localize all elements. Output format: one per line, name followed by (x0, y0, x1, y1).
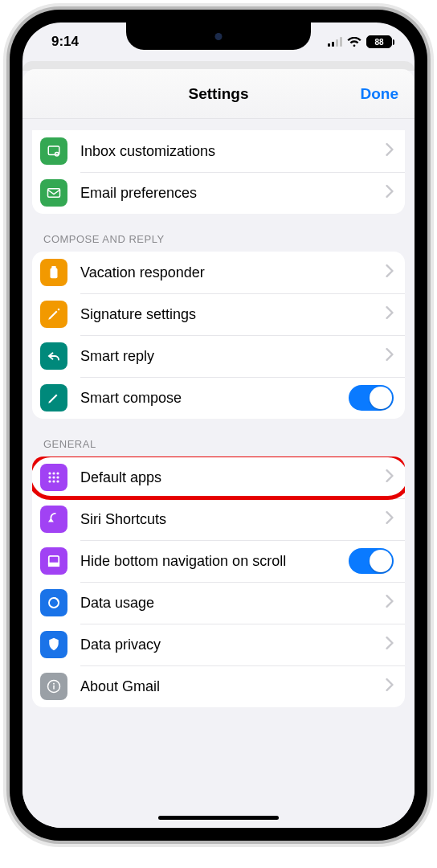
row-label: Data usage (80, 594, 386, 612)
row-label: Smart reply (80, 347, 386, 366)
phone-frame: 9:14 88 Settings Done (10, 10, 427, 841)
chevron-right-icon (386, 348, 394, 364)
signature-settings-icon (40, 301, 67, 328)
row-label: Smart compose (80, 389, 349, 407)
svg-point-12 (52, 480, 55, 482)
section-header-compose: COMPOSE AND REPLY (32, 214, 405, 252)
row-inbox-customizations[interactable]: Inbox customizations (32, 130, 405, 172)
svg-point-5 (48, 472, 51, 474)
row-label: Hide bottom navigation on scroll (80, 552, 349, 571)
row-label: Default apps (80, 469, 386, 487)
row-about-gmail[interactable]: About Gmail (32, 665, 405, 707)
chevron-right-icon (386, 678, 394, 694)
vacation-responder-icon (40, 259, 67, 286)
svg-rect-2 (48, 189, 60, 198)
row-email-preferences[interactable]: Email preferences (32, 172, 405, 214)
svg-point-9 (52, 476, 55, 478)
default-apps-icon (40, 464, 67, 491)
chevron-right-icon (386, 511, 394, 527)
svg-point-8 (48, 476, 51, 478)
hide-bottom-nav-toggle[interactable] (349, 548, 394, 574)
svg-point-7 (56, 472, 59, 474)
settings-sheet: Settings Done Inbox customizations (22, 69, 415, 828)
row-smart-reply[interactable]: Smart reply (32, 335, 405, 377)
screen: 9:14 88 Settings Done (22, 23, 415, 828)
row-hide-bottom-nav[interactable]: Hide bottom navigation on scroll (32, 540, 405, 582)
svg-point-10 (56, 476, 59, 478)
svg-rect-15 (49, 563, 59, 567)
siri-shortcuts-icon (40, 506, 67, 533)
row-label: About Gmail (80, 678, 386, 696)
about-gmail-icon (40, 673, 67, 700)
row-label: Data privacy (80, 636, 386, 654)
inbox-customizations-icon (40, 137, 67, 165)
data-privacy-icon (40, 631, 67, 658)
row-data-privacy[interactable]: Data privacy (32, 624, 405, 665)
group-general: Default apps Siri Shortcuts (32, 457, 405, 707)
svg-rect-0 (48, 146, 59, 155)
row-default-apps[interactable]: Default apps (32, 457, 405, 498)
content-scroll[interactable]: Inbox customizations Email preferences (22, 119, 415, 723)
done-button[interactable]: Done (361, 85, 399, 103)
svg-point-13 (56, 480, 59, 482)
chevron-right-icon (386, 469, 394, 485)
svg-point-11 (48, 480, 51, 482)
cellular-signal-icon (328, 37, 342, 47)
chevron-right-icon (386, 143, 394, 159)
hide-bottom-nav-icon (40, 547, 67, 575)
group-compose: Vacation responder Signature settings (32, 252, 405, 419)
row-data-usage[interactable]: Data usage (32, 582, 405, 624)
svg-point-6 (52, 472, 55, 474)
svg-point-18 (53, 683, 55, 685)
chevron-right-icon (386, 595, 394, 611)
nav-bar: Settings Done (22, 69, 415, 119)
chevron-right-icon (386, 264, 394, 280)
row-siri-shortcuts[interactable]: Siri Shortcuts (32, 498, 405, 540)
home-indicator[interactable] (158, 816, 279, 820)
svg-rect-3 (51, 268, 58, 279)
row-label: Inbox customizations (80, 142, 386, 161)
email-preferences-icon (40, 179, 67, 207)
svg-rect-19 (53, 686, 55, 690)
section-header-general: GENERAL (32, 419, 405, 457)
chevron-right-icon (386, 185, 394, 201)
group-mail: Inbox customizations Email preferences (32, 130, 405, 214)
row-signature-settings[interactable]: Signature settings (32, 293, 405, 335)
svg-rect-4 (51, 266, 55, 269)
data-usage-icon (40, 589, 67, 616)
row-label: Email preferences (80, 184, 386, 203)
row-label: Siri Shortcuts (80, 510, 386, 529)
chevron-right-icon (386, 306, 394, 322)
smart-reply-icon (40, 342, 67, 370)
row-label: Signature settings (80, 305, 386, 324)
battery-indicator: 88 (366, 35, 392, 48)
row-smart-compose[interactable]: Smart compose (32, 377, 405, 419)
wifi-icon (347, 37, 361, 47)
chevron-right-icon (386, 637, 394, 653)
status-time: 9:14 (51, 34, 79, 50)
smart-compose-icon (40, 384, 67, 411)
row-vacation-responder[interactable]: Vacation responder (32, 252, 405, 293)
smart-compose-toggle[interactable] (349, 385, 394, 411)
status-indicators: 88 (328, 35, 392, 48)
notch (126, 23, 311, 50)
row-label: Vacation responder (80, 264, 386, 282)
page-title: Settings (22, 85, 415, 103)
